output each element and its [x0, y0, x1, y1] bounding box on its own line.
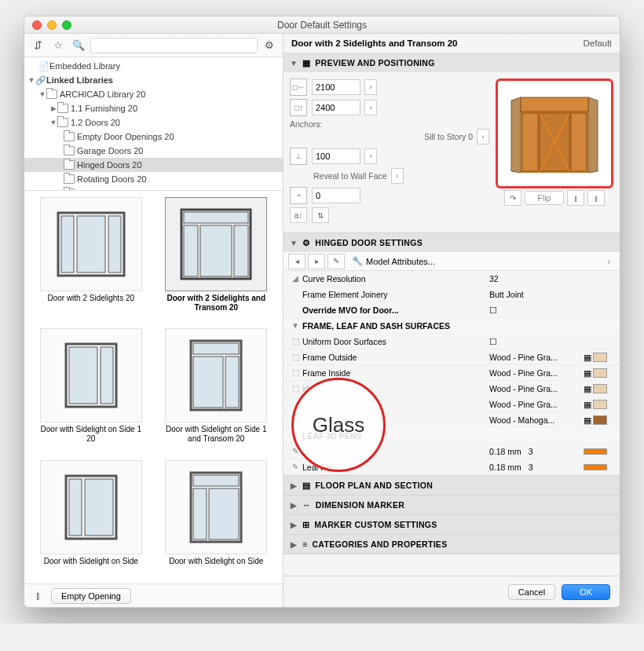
tree-item-hinged[interactable]: Hinged Doors 20	[24, 158, 283, 172]
param-pen-1[interactable]: ✎0.18 mm 3	[284, 444, 620, 459]
tree-item-empty-openings[interactable]: Empty Door Openings 20	[24, 130, 283, 144]
section-preview: ▼▦ PREVIEW AND POSITIONING ◻↔ › ◻↕ › Anc…	[284, 53, 620, 233]
library-toolbar: ⇵ ☆ 🔍 ⚙	[24, 34, 283, 57]
cancel-button[interactable]: Cancel	[508, 584, 555, 600]
thumb-door-2sidelights-transom[interactable]: Door with 2 Sidelights and Transom 20	[156, 197, 277, 324]
reveal-label: Reveal to Wall Face	[313, 171, 387, 181]
anchors-label: Anchors:	[290, 119, 489, 129]
svg-rect-15	[225, 357, 239, 408]
anchor-mode-1-icon[interactable]: a↕	[290, 207, 307, 223]
svg-rect-14	[193, 357, 223, 408]
svg-rect-27	[522, 113, 538, 171]
thumb-door-sidelight-1-transom[interactable]: Door with Sidelight on Side 1 and Transo…	[156, 328, 277, 455]
plan-view-icon[interactable]: ⫿	[567, 190, 584, 206]
anchor-mode-2-icon[interactable]: ⇅	[312, 207, 329, 223]
window-title: Door Default Settings	[24, 20, 620, 31]
param-group-pens[interactable]: LEAF 3D PENS	[284, 428, 620, 444]
edit-params-icon[interactable]: ✎	[327, 254, 345, 269]
svg-rect-20	[193, 475, 239, 486]
param-override-mvo[interactable]: Override MVO for Door...☐	[284, 302, 620, 318]
width-icon[interactable]: ◻↔	[290, 79, 307, 96]
thumb-label: Door with Sidelight on Side	[169, 557, 263, 566]
height-input[interactable]	[312, 100, 360, 115]
library-tree: 📄 Embedded Library ▼🔗 Linked Libraries ▼…	[24, 57, 283, 191]
prev-page-icon[interactable]: ◂	[288, 254, 306, 269]
param-glass[interactable]: Wood - Mahoga...▦	[284, 412, 620, 428]
search-input[interactable]	[90, 38, 258, 53]
height-link-icon[interactable]: ›	[364, 100, 377, 115]
svg-rect-13	[193, 343, 239, 354]
thumb-door-sidelight-b[interactable]: Door with Sidelight on Side	[156, 460, 277, 577]
swing-direction-icon[interactable]: ↷	[504, 190, 521, 206]
library-footer: ⫿ Empty Opening	[24, 583, 283, 607]
section-header-hinged[interactable]: ▼⚙ HINGED DOOR SETTINGS	[284, 233, 620, 252]
section-header-categories[interactable]: ▶≡ CATEGORIES AND PROPERTIES	[284, 535, 620, 554]
thumb-door-sidelight-1[interactable]: Door with Sidelight on Side 1 20	[31, 328, 152, 455]
tree-item-doors[interactable]: ▼1.2 Doors 20	[24, 115, 283, 130]
svg-rect-5	[184, 212, 248, 223]
svg-rect-21	[193, 488, 207, 539]
svg-rect-2	[77, 216, 105, 272]
svg-rect-10	[69, 347, 97, 404]
favorite-icon[interactable]: ☆	[49, 37, 67, 54]
svg-rect-17	[69, 479, 82, 536]
section-header-preview[interactable]: ▼▦ PREVIEW AND POSITIONING	[284, 53, 620, 72]
reveal-icon[interactable]: ⫟	[290, 187, 307, 204]
tree-item-furnishing[interactable]: ▶1.1 Furnishing 20	[24, 101, 283, 115]
attributes-bar: ◂ ▸ ✎ 🔧 Model Attributes...	[284, 252, 620, 271]
next-page-icon[interactable]: ▸	[308, 254, 325, 269]
dialog-footer: Cancel OK	[284, 576, 620, 607]
section-header-floorplan[interactable]: ▶▤ FLOOR PLAN AND SECTION	[284, 476, 620, 495]
ok-button[interactable]: OK	[562, 584, 610, 600]
height-icon[interactable]: ◻↕	[290, 99, 307, 116]
sill-link-icon[interactable]: ›	[477, 129, 489, 144]
model-attributes-dropdown[interactable]: 🔧 Model Attributes...	[347, 254, 615, 268]
section-header-marker[interactable]: ▶⊞ MARKER CUSTOM SETTINGS	[284, 515, 620, 534]
elevation-view-icon[interactable]: ⫿	[587, 190, 605, 206]
param-uniform-surfaces[interactable]: ⬚Uniform Door Surfaces☐	[284, 334, 620, 349]
thumb-label: Door with 2 Sidelights and Transom 20	[161, 294, 271, 313]
titlebar: Door Default Settings	[24, 16, 620, 34]
param-frame-outside[interactable]: ⬚Frame OutsideWood - Pine Gra...▦	[284, 349, 620, 365]
svg-marker-23	[511, 97, 521, 173]
svg-rect-7	[200, 225, 232, 276]
param-group-surfaces[interactable]: ▼FRAME, LEAF AND SASH SURFACES	[284, 318, 620, 334]
reveal-link-icon[interactable]: ›	[391, 168, 404, 184]
width-input[interactable]	[312, 79, 360, 95]
param-curve-resolution[interactable]: ◢Curve Resolution32	[284, 271, 620, 287]
default-label: Default	[584, 38, 612, 48]
hierarchy-icon[interactable]: ⇵	[29, 37, 46, 54]
section-header-dimension[interactable]: ▶↔ DIMENSION MARKER	[284, 496, 620, 514]
tree-item-rotating[interactable]: Rotating Doors 20	[24, 172, 283, 186]
settings-gear-icon[interactable]: ⚙	[261, 37, 278, 54]
svg-rect-26	[521, 97, 588, 112]
thumb-door-2sidelights[interactable]: Door with 2 Sidelights 20	[31, 197, 152, 324]
tree-item-linked[interactable]: ▼🔗 Linked Libraries	[24, 73, 283, 87]
settings-panel: Door with 2 Sidelights and Transom 20 De…	[284, 34, 620, 607]
section-hinged: ▼⚙ HINGED DOOR SETTINGS ◂ ▸ ✎ 🔧 Model At…	[284, 233, 620, 476]
thumb-door-sidelight-a[interactable]: Door with Sidelight on Side	[31, 460, 152, 577]
empty-opening-button[interactable]: Empty Opening	[51, 588, 131, 604]
sill-icon[interactable]: ⊥	[290, 148, 307, 165]
tree-item-archicad-lib[interactable]: ▼ARCHICAD Library 20	[24, 87, 283, 101]
flip-button[interactable]: Flip	[525, 191, 565, 205]
param-leaf-side[interactable]: ⬚ideWood - Pine Gra...▦	[284, 381, 620, 397]
svg-rect-28	[571, 113, 587, 171]
svg-rect-6	[184, 225, 198, 276]
door-3d-preview[interactable]	[496, 79, 613, 188]
sill-input[interactable]	[312, 148, 360, 164]
param-frame-joinery[interactable]: Frame Element JoineryButt Joint	[284, 287, 620, 302]
width-link-icon[interactable]: ›	[364, 79, 377, 95]
sill-chev-icon[interactable]: ›	[364, 148, 377, 164]
reveal-input[interactable]	[312, 188, 360, 203]
svg-rect-22	[209, 488, 239, 539]
search-icon[interactable]: 🔍	[70, 37, 87, 54]
tree-item-garage[interactable]: Garage Doors 20	[24, 144, 283, 158]
opening-type-icon[interactable]: ⫿	[29, 587, 46, 605]
tree-item-embedded[interactable]: 📄 Embedded Library	[24, 59, 283, 73]
library-browser: ⇵ ☆ 🔍 ⚙ 📄 Embedded Library ▼🔗 Linked Lib…	[24, 34, 284, 607]
param-leaf-inside[interactable]: Wood - Pine Gra...▦	[284, 397, 620, 412]
param-pen-2[interactable]: ✎Leaf Pen0.18 mm 3	[284, 459, 620, 475]
thumb-label: Door with 2 Sidelights 20	[47, 294, 134, 303]
param-frame-inside[interactable]: ⬚Frame InsideWood - Pine Gra...▦	[284, 365, 620, 381]
